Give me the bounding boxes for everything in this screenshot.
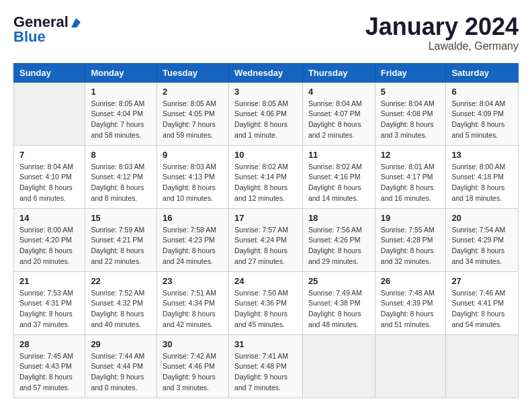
day-number: 3 [234,87,297,97]
day-info: Sunrise: 7:54 AM Sunset: 4:29 PM Dayligh… [451,225,513,267]
weekday-header-saturday: Saturday [446,63,519,82]
day-info: Sunrise: 7:44 AM Sunset: 4:44 PM Dayligh… [91,351,151,394]
day-number: 12 [381,150,441,160]
day-number: 24 [234,276,297,286]
day-number: 26 [381,276,441,286]
day-number: 15 [91,213,151,223]
day-number: 9 [163,150,223,160]
day-number: 16 [163,213,223,223]
calendar-cell: 12Sunrise: 8:01 AM Sunset: 4:17 PM Dayli… [375,145,446,208]
day-info: Sunrise: 7:59 AM Sunset: 4:21 PM Dayligh… [91,225,151,267]
day-number: 14 [19,213,79,223]
day-number: 17 [234,213,297,223]
day-number: 6 [451,87,513,97]
calendar-cell: 19Sunrise: 7:55 AM Sunset: 4:28 PM Dayli… [375,208,446,271]
day-info: Sunrise: 8:00 AM Sunset: 4:18 PM Dayligh… [451,162,513,204]
calendar-cell: 13Sunrise: 8:00 AM Sunset: 4:18 PM Dayli… [446,145,519,208]
calendar-cell [14,82,85,145]
day-number: 1 [91,87,151,97]
calendar-cell: 5Sunrise: 8:04 AM Sunset: 4:08 PM Daylig… [375,82,446,145]
calendar-cell: 3Sunrise: 8:05 AM Sunset: 4:06 PM Daylig… [229,82,303,145]
calendar-table: SundayMondayTuesdayWednesdayThursdayFrid… [13,63,519,398]
calendar-cell: 8Sunrise: 8:03 AM Sunset: 4:12 PM Daylig… [85,145,157,208]
calendar-cell: 10Sunrise: 8:02 AM Sunset: 4:14 PM Dayli… [229,145,303,208]
day-info: Sunrise: 7:42 AM Sunset: 4:46 PM Dayligh… [163,351,223,394]
day-number: 21 [19,276,79,286]
day-info: Sunrise: 8:05 AM Sunset: 4:04 PM Dayligh… [91,99,151,141]
calendar-cell: 28Sunrise: 7:45 AM Sunset: 4:43 PM Dayli… [14,334,85,398]
calendar-cell: 20Sunrise: 7:54 AM Sunset: 4:29 PM Dayli… [446,208,519,271]
calendar-cell: 21Sunrise: 7:53 AM Sunset: 4:31 PM Dayli… [14,271,85,334]
calendar-cell: 31Sunrise: 7:41 AM Sunset: 4:48 PM Dayli… [229,334,303,398]
location: Lawalde, Germany [365,40,519,52]
day-number: 19 [381,213,441,223]
day-info: Sunrise: 8:02 AM Sunset: 4:14 PM Dayligh… [234,162,297,204]
calendar-cell: 7Sunrise: 8:04 AM Sunset: 4:10 PM Daylig… [14,145,85,208]
weekday-header-tuesday: Tuesday [157,63,229,82]
calendar-cell: 15Sunrise: 7:59 AM Sunset: 4:21 PM Dayli… [85,208,157,271]
logo-icon [70,17,82,29]
calendar-cell: 1Sunrise: 8:05 AM Sunset: 4:04 PM Daylig… [85,82,157,145]
calendar-cell: 16Sunrise: 7:58 AM Sunset: 4:23 PM Dayli… [157,208,229,271]
calendar-week-2: 7Sunrise: 8:04 AM Sunset: 4:10 PM Daylig… [14,145,519,208]
calendar-cell: 6Sunrise: 8:04 AM Sunset: 4:09 PM Daylig… [446,82,519,145]
day-number: 11 [308,150,369,160]
day-info: Sunrise: 7:46 AM Sunset: 4:41 PM Dayligh… [451,288,513,330]
day-info: Sunrise: 7:53 AM Sunset: 4:31 PM Dayligh… [19,288,79,330]
day-info: Sunrise: 7:56 AM Sunset: 4:26 PM Dayligh… [308,225,369,267]
day-number: 18 [308,213,369,223]
day-info: Sunrise: 8:02 AM Sunset: 4:16 PM Dayligh… [308,162,369,204]
day-number: 7 [19,150,79,160]
calendar-cell: 23Sunrise: 7:51 AM Sunset: 4:34 PM Dayli… [157,271,229,334]
day-number: 29 [91,339,151,349]
day-info: Sunrise: 8:03 AM Sunset: 4:13 PM Dayligh… [163,162,223,204]
logo: General Blue [13,13,82,46]
calendar-cell: 27Sunrise: 7:46 AM Sunset: 4:41 PM Dayli… [446,271,519,334]
calendar-cell: 2Sunrise: 8:05 AM Sunset: 4:05 PM Daylig… [157,82,229,145]
day-number: 5 [381,87,441,97]
day-info: Sunrise: 8:04 AM Sunset: 4:10 PM Dayligh… [19,162,79,204]
calendar-cell: 24Sunrise: 7:50 AM Sunset: 4:36 PM Dayli… [229,271,303,334]
month-title: January 2024 [365,13,519,40]
day-info: Sunrise: 8:00 AM Sunset: 4:20 PM Dayligh… [19,225,79,267]
calendar-week-4: 21Sunrise: 7:53 AM Sunset: 4:31 PM Dayli… [14,271,519,334]
day-number: 4 [308,87,369,97]
calendar-cell: 29Sunrise: 7:44 AM Sunset: 4:44 PM Dayli… [85,334,157,398]
calendar-week-5: 28Sunrise: 7:45 AM Sunset: 4:43 PM Dayli… [14,334,519,398]
day-info: Sunrise: 8:04 AM Sunset: 4:09 PM Dayligh… [451,99,513,141]
calendar-cell: 26Sunrise: 7:48 AM Sunset: 4:39 PM Dayli… [375,271,446,334]
day-number: 31 [234,339,297,349]
day-number: 20 [451,213,513,223]
svg-marker-0 [71,18,81,28]
day-info: Sunrise: 8:03 AM Sunset: 4:12 PM Dayligh… [91,162,151,204]
day-number: 8 [91,150,151,160]
calendar-cell: 17Sunrise: 7:57 AM Sunset: 4:24 PM Dayli… [229,208,303,271]
day-info: Sunrise: 7:51 AM Sunset: 4:34 PM Dayligh… [163,288,223,330]
day-number: 10 [234,150,297,160]
calendar-cell: 25Sunrise: 7:49 AM Sunset: 4:38 PM Dayli… [302,271,375,334]
weekday-header-monday: Monday [85,63,157,82]
day-number: 25 [308,276,369,286]
calendar-cell: 4Sunrise: 8:04 AM Sunset: 4:07 PM Daylig… [302,82,375,145]
calendar-week-3: 14Sunrise: 8:00 AM Sunset: 4:20 PM Dayli… [14,208,519,271]
weekday-header-friday: Friday [375,63,446,82]
calendar-header: SundayMondayTuesdayWednesdayThursdayFrid… [14,63,519,82]
page-header: General Blue January 2024 Lawalde, Germa… [13,13,519,52]
day-info: Sunrise: 7:55 AM Sunset: 4:28 PM Dayligh… [381,225,441,267]
day-info: Sunrise: 7:48 AM Sunset: 4:39 PM Dayligh… [381,288,441,330]
weekday-header-sunday: Sunday [14,63,85,82]
day-info: Sunrise: 7:57 AM Sunset: 4:24 PM Dayligh… [234,225,297,267]
day-info: Sunrise: 7:50 AM Sunset: 4:36 PM Dayligh… [234,288,297,330]
calendar-cell [375,334,446,398]
calendar-cell: 11Sunrise: 8:02 AM Sunset: 4:16 PM Dayli… [302,145,375,208]
weekday-header-wednesday: Wednesday [229,63,303,82]
day-info: Sunrise: 8:04 AM Sunset: 4:07 PM Dayligh… [308,99,369,141]
day-info: Sunrise: 8:01 AM Sunset: 4:17 PM Dayligh… [381,162,441,204]
day-info: Sunrise: 7:49 AM Sunset: 4:38 PM Dayligh… [308,288,369,330]
day-info: Sunrise: 7:52 AM Sunset: 4:32 PM Dayligh… [91,288,151,330]
calendar-cell: 9Sunrise: 8:03 AM Sunset: 4:13 PM Daylig… [157,145,229,208]
weekday-header-thursday: Thursday [302,63,375,82]
calendar-cell: 18Sunrise: 7:56 AM Sunset: 4:26 PM Dayli… [302,208,375,271]
day-info: Sunrise: 7:45 AM Sunset: 4:43 PM Dayligh… [19,351,79,394]
day-number: 28 [19,339,79,349]
